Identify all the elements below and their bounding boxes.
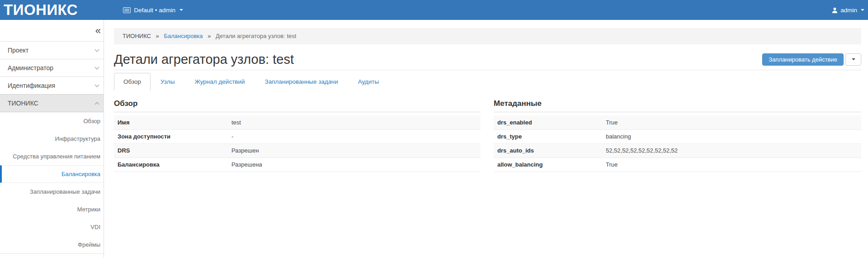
sidebar-section-tionix[interactable]: ТИОНИКС: [0, 94, 104, 112]
collapse-sidebar-icon[interactable]: «: [94, 26, 102, 35]
row-label: drs_auto_ids: [494, 143, 606, 158]
sidebar-section-label: Идентификация: [8, 82, 55, 89]
page-header: Детали агрегатора узлов: test Запланиров…: [114, 44, 861, 70]
breadcrumb-link-balancing[interactable]: Балансировка: [164, 33, 203, 39]
sidebar: « Проект Администратор Идентификация ТИО…: [0, 20, 104, 258]
sidebar-item-vdi[interactable]: VDI: [0, 218, 104, 236]
row-value: -: [231, 129, 481, 143]
row-label: Зона доступности: [114, 129, 231, 143]
row-label: allow_balancing: [494, 158, 606, 172]
sidebar-section-label: Администратор: [8, 64, 53, 72]
sidebar-item-overview[interactable]: Обзор: [0, 112, 104, 130]
row-value: Разрешен: [231, 143, 481, 158]
chevron-down-icon: [179, 9, 183, 11]
tab-overview[interactable]: Обзор: [114, 73, 151, 91]
chevron-down-icon: [861, 9, 864, 11]
overview-section: Обзор Имя test Зона доступности - DRS Ра…: [114, 99, 481, 172]
table-row: drs_enabled True: [494, 115, 861, 129]
sidebar-section-label: ТИОНИКС: [8, 100, 38, 107]
metadata-table: drs_enabled True drs_type balancing drs_…: [494, 115, 861, 172]
sidebar-section-admin[interactable]: Администратор: [0, 59, 104, 76]
table-row: allow_balancing True: [494, 158, 861, 172]
sidebar-section-identity[interactable]: Идентификация: [0, 76, 104, 94]
table-row: Балансировка Разрешена: [114, 158, 481, 172]
row-label: drs_type: [494, 129, 606, 143]
project-switcher[interactable]: Default • admin: [123, 7, 183, 14]
row-value: balancing: [606, 129, 861, 143]
breadcrumb-item-current: Детали агрегатора узлов: test: [216, 33, 296, 39]
row-value: Разрешена: [231, 158, 481, 172]
page-title: Детали агрегатора узлов: test: [114, 53, 294, 66]
section-heading-overview: Обзор: [114, 99, 481, 112]
table-row: DRS Разрешен: [114, 143, 481, 158]
tab-scheduled-tasks[interactable]: Запланированные задачи: [255, 73, 348, 91]
row-label: DRS: [114, 143, 231, 158]
user-menu-label: admin: [840, 7, 857, 14]
sidebar-item-balancing[interactable]: Балансировка: [0, 165, 104, 183]
tab-action-log[interactable]: Журнал действий: [184, 73, 255, 91]
tabs: Обзор Узлы Журнал действий Запланированн…: [114, 73, 861, 91]
action-dropdown-toggle[interactable]: [845, 53, 861, 66]
user-menu[interactable]: admin: [832, 7, 864, 14]
detail-columns: Обзор Имя test Зона доступности - DRS Ра…: [114, 99, 861, 172]
table-row: drs_auto_ids 52,52,52,52,52,52,52,52,52: [494, 143, 861, 158]
tab-nodes[interactable]: Узлы: [151, 73, 184, 91]
page-actions: Запланировать действие: [762, 53, 861, 66]
schedule-action-button[interactable]: Запланировать действие: [762, 53, 844, 66]
chevron-down-icon: [95, 48, 99, 52]
breadcrumb-separator: »: [208, 33, 211, 39]
breadcrumb-item-tionix: ТИОНИКС: [123, 33, 151, 39]
row-label: Имя: [114, 115, 231, 129]
row-value: True: [606, 115, 861, 129]
row-label: drs_enabled: [494, 115, 606, 129]
table-row: Имя test: [114, 115, 481, 129]
breadcrumb: ТИОНИКС » Балансировка » Детали агрегато…: [114, 28, 861, 44]
user-icon: [832, 7, 838, 13]
sidebar-item-frames[interactable]: Фреймы: [0, 236, 104, 253]
overview-table: Имя test Зона доступности - DRS Разрешен…: [114, 115, 481, 172]
chevron-up-icon: [95, 102, 99, 106]
main-content: ТИОНИКС » Балансировка » Детали агрегато…: [104, 20, 868, 258]
sidebar-accordion: Проект Администратор Идентификация ТИОНИ…: [0, 41, 104, 254]
row-label: Балансировка: [114, 158, 231, 172]
tab-audits[interactable]: Аудиты: [348, 73, 389, 91]
chevron-down-icon: [95, 83, 99, 87]
chevron-down-icon: [852, 58, 855, 60]
row-value: test: [231, 115, 481, 129]
table-row: Зона доступности -: [114, 129, 481, 143]
chevron-down-icon: [95, 65, 99, 70]
section-heading-metadata: Метаданные: [494, 99, 861, 112]
metadata-section: Метаданные drs_enabled True drs_type bal…: [494, 99, 861, 172]
breadcrumb-separator: »: [156, 33, 159, 39]
row-value: True: [606, 158, 861, 172]
table-row: drs_type balancing: [494, 129, 861, 143]
app-logo[interactable]: ТИОНИКС: [4, 0, 78, 20]
sidebar-item-scheduled-tasks[interactable]: Запланированные задачи: [0, 183, 104, 201]
sidebar-section-label: Проект: [8, 47, 28, 54]
sidebar-item-infrastructure[interactable]: Инфраструктура: [0, 130, 104, 148]
sidebar-section-project[interactable]: Проект: [0, 41, 104, 59]
sidebar-tionix-items: Обзор Инфраструктура Средства управления…: [0, 112, 104, 254]
project-switcher-label: Default • admin: [134, 7, 175, 14]
topbar: ТИОНИКС Default • admin admin: [0, 0, 868, 20]
sidebar-item-metrics[interactable]: Метрики: [0, 201, 104, 218]
list-icon: [123, 7, 131, 13]
sidebar-item-power-management[interactable]: Средства управления питанием: [0, 148, 104, 165]
row-value: 52,52,52,52,52,52,52,52,52: [606, 143, 861, 158]
